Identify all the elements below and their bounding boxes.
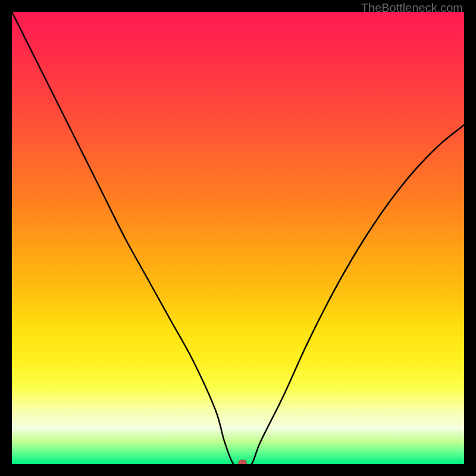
bottleneck-curve (12, 12, 464, 464)
attribution-text: TheBottleneck.com (361, 1, 463, 15)
chart-plot-area (12, 12, 464, 464)
chart-svg (12, 12, 464, 464)
optimal-point-marker (239, 460, 247, 464)
